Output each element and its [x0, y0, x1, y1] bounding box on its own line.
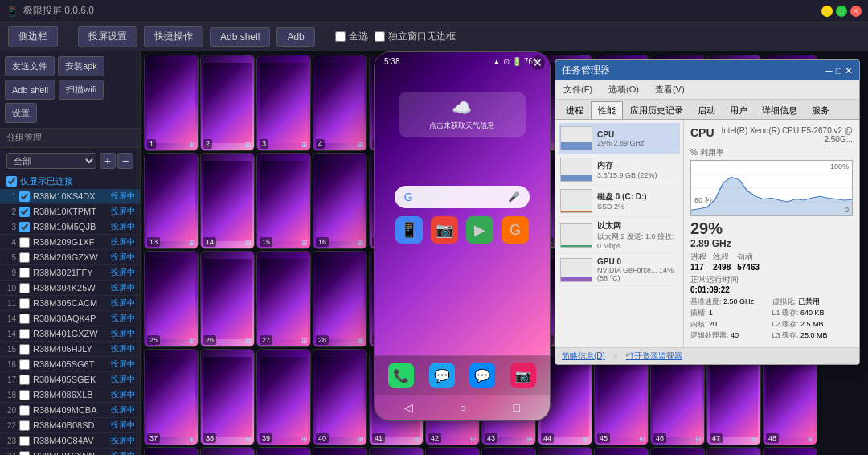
- add-group-button[interactable]: +: [100, 153, 116, 169]
- tm-resource-item[interactable]: GPU 0 NVIDIA GeForce... 14% (58 °C): [559, 254, 680, 286]
- app-icon-google[interactable]: G: [502, 216, 529, 244]
- device-checkbox[interactable]: [19, 359, 30, 370]
- thumb-expand-icon[interactable]: ⊞: [189, 239, 195, 247]
- device-thumb[interactable]: 1 ⊞: [144, 55, 199, 151]
- brief-info-link[interactable]: 简略信息(D): [562, 350, 605, 362]
- group-filter-select[interactable]: 全部: [6, 153, 96, 169]
- thumb-expand-icon[interactable]: ⊞: [189, 337, 195, 345]
- device-item[interactable]: 1 R38M10KS4DX 投屏中: [0, 189, 140, 204]
- dock-camera-icon[interactable]: 📷: [510, 363, 536, 388]
- thumb-expand-icon[interactable]: ⊞: [301, 435, 308, 443]
- device-thumb[interactable]: 58 ⊞: [650, 447, 705, 455]
- tm-min-button[interactable]: ─: [825, 65, 833, 76]
- device-thumb[interactable]: 27 ⊞: [256, 251, 311, 347]
- full-select-checkbox[interactable]: [335, 31, 346, 42]
- tab-app-history[interactable]: 应用历史记录: [623, 101, 690, 119]
- tab-performance[interactable]: 性能: [591, 101, 623, 119]
- device-thumb[interactable]: 57 ⊞: [594, 447, 649, 455]
- device-thumb[interactable]: 25 ⊞: [144, 251, 199, 347]
- full-select-check[interactable]: 全选: [335, 30, 368, 43]
- thumb-expand-icon[interactable]: ⊞: [358, 435, 364, 443]
- device-checkbox[interactable]: [19, 268, 30, 278]
- maximize-button[interactable]: □: [836, 6, 847, 17]
- device-item[interactable]: 16 R38M405SG6T 投屏中: [0, 357, 140, 372]
- device-thumb[interactable]: 38 ⊞: [200, 349, 255, 445]
- tm-max-button[interactable]: □: [836, 65, 841, 76]
- app-icon-play[interactable]: ▶: [466, 216, 493, 244]
- device-checkbox[interactable]: [19, 237, 30, 248]
- device-item[interactable]: 14 R38M401GXZW 投屏中: [0, 326, 140, 342]
- device-checkbox[interactable]: [19, 451, 30, 456]
- device-thumb[interactable]: 49 ⊞: [144, 447, 199, 455]
- nav-recent-button[interactable]: □: [514, 401, 520, 414]
- device-thumb[interactable]: 54 ⊞: [425, 447, 480, 455]
- device-item[interactable]: 9 R38M3021FFY 投屏中: [0, 265, 140, 281]
- device-checkbox[interactable]: [19, 329, 30, 339]
- device-thumb[interactable]: 13 ⊞: [144, 153, 199, 249]
- device-thumb[interactable]: 60 ⊞: [763, 447, 817, 455]
- tm-menu-options[interactable]: 选项(O): [605, 82, 642, 97]
- adb-shell-side-button[interactable]: Adb shell: [5, 80, 55, 100]
- device-checkbox[interactable]: [19, 314, 30, 324]
- tm-close-button[interactable]: ✕: [845, 65, 853, 76]
- device-item[interactable]: 10 R38M304K25W 投屏中: [0, 281, 140, 296]
- tm-menu-view[interactable]: 查看(V): [652, 82, 688, 97]
- show-online-check[interactable]: 仅显示已连接: [0, 174, 140, 189]
- thumb-expand-icon[interactable]: ⊞: [639, 435, 645, 443]
- settings-button[interactable]: 设置: [5, 103, 37, 123]
- tab-details[interactable]: 详细信息: [755, 101, 805, 119]
- tab-users[interactable]: 用户: [723, 101, 755, 119]
- device-item[interactable]: 23 R38M40C84AV 投屏中: [0, 433, 140, 449]
- thumb-expand-icon[interactable]: ⊞: [301, 141, 308, 149]
- device-thumb[interactable]: 4 ⊞: [313, 55, 367, 151]
- device-checkbox[interactable]: [19, 207, 30, 217]
- nav-back-button[interactable]: ◁: [404, 401, 413, 414]
- thumb-expand-icon[interactable]: ⊞: [695, 435, 702, 443]
- app-icon-camera[interactable]: 📷: [431, 216, 458, 244]
- device-thumb[interactable]: 37 ⊞: [144, 349, 199, 445]
- install-apk-button[interactable]: 安装apk: [58, 56, 104, 76]
- device-thumb[interactable]: 56 ⊞: [538, 447, 592, 455]
- nav-home-button[interactable]: ○: [460, 401, 466, 414]
- adb-button[interactable]: Adb: [276, 27, 314, 47]
- minimize-button[interactable]: ─: [821, 6, 833, 17]
- device-thumb[interactable]: 50 ⊞: [200, 447, 255, 455]
- thumb-expand-icon[interactable]: ⊞: [358, 337, 364, 345]
- device-item[interactable]: 17 R38M405SGEK 投屏中: [0, 372, 140, 387]
- thumb-expand-icon[interactable]: ⊞: [245, 239, 252, 247]
- device-thumb[interactable]: 51 ⊞: [256, 447, 311, 455]
- device-checkbox[interactable]: [19, 436, 30, 446]
- phone-search-bar[interactable]: G 🎤: [395, 186, 530, 208]
- tab-services[interactable]: 服务: [805, 101, 837, 119]
- device-checkbox[interactable]: [19, 344, 30, 355]
- thumb-expand-icon[interactable]: ⊞: [189, 141, 195, 149]
- scan-wifi-button[interactable]: 扫描wifi: [59, 80, 104, 100]
- tm-resource-item[interactable]: 磁盘 0 (C: D:) SSD 2%: [559, 186, 680, 217]
- thumb-expand-icon[interactable]: ⊞: [245, 141, 252, 149]
- device-checkbox[interactable]: [19, 283, 30, 293]
- thumb-expand-icon[interactable]: ⊞: [751, 435, 758, 443]
- phone-close-button[interactable]: ✕: [530, 55, 545, 70]
- close-button[interactable]: ✕: [850, 6, 862, 17]
- thumb-expand-icon[interactable]: ⊞: [358, 239, 364, 247]
- device-checkbox[interactable]: [19, 420, 30, 431]
- device-item[interactable]: 15 R38M405HJLY 投屏中: [0, 342, 140, 357]
- projection-settings-button[interactable]: 投屏设置: [78, 26, 137, 47]
- device-thumb[interactable]: 28 ⊞: [313, 251, 367, 347]
- device-item[interactable]: 22 R38M40B08SD 投屏中: [0, 418, 140, 433]
- thumb-expand-icon[interactable]: ⊞: [301, 239, 308, 247]
- device-thumb[interactable]: 2 ⊞: [200, 55, 255, 151]
- device-item[interactable]: 2 R38M10KTPMT 投屏中: [0, 204, 140, 219]
- device-thumb[interactable]: 26 ⊞: [200, 251, 255, 347]
- thumb-expand-icon[interactable]: ⊞: [414, 435, 420, 443]
- send-file-button[interactable]: 发送文件: [5, 56, 55, 76]
- device-thumb[interactable]: 15 ⊞: [256, 153, 311, 249]
- thumb-expand-icon[interactable]: ⊞: [245, 337, 252, 345]
- device-item[interactable]: 18 R38M4086XLB 投屏中: [0, 387, 140, 403]
- dock-message-icon[interactable]: 💬: [429, 363, 455, 388]
- device-thumb[interactable]: 52 ⊞: [313, 447, 367, 455]
- device-item[interactable]: 11 R38M305CACM 投屏中: [0, 296, 140, 311]
- weather-card[interactable]: ☁️ 点击来获取天气信息: [399, 92, 526, 137]
- tm-resource-item[interactable]: 内存 3.5/15.9 GB (22%): [559, 154, 680, 186]
- device-thumb[interactable]: 14 ⊞: [200, 153, 255, 249]
